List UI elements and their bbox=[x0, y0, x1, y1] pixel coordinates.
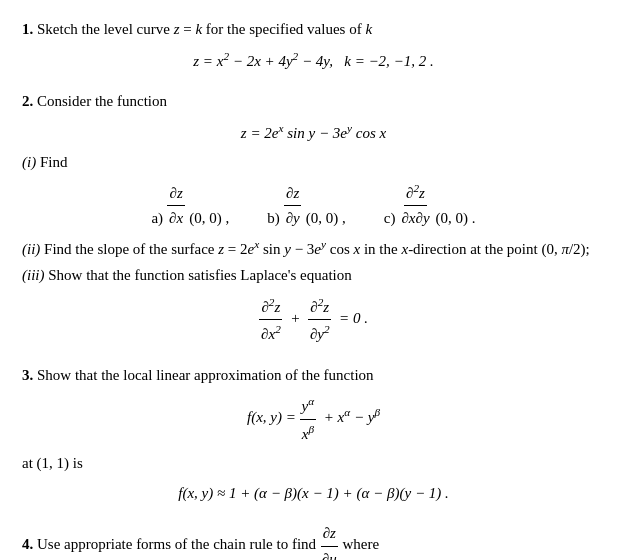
part-i-text: Find bbox=[40, 154, 68, 170]
problem-3-num: 3. bbox=[22, 367, 33, 383]
problem-1-header: 1. Sketch the level curve z = k for the … bbox=[22, 18, 605, 41]
problem-4-statement: Use appropriate forms of the chain rule … bbox=[37, 536, 379, 552]
problem-2-header: 2. Consider the function bbox=[22, 90, 605, 113]
problem-4: 4. Use appropriate forms of the chain ru… bbox=[22, 522, 605, 560]
problem-4-num: 4. bbox=[22, 536, 33, 552]
part-ii-label: (ii) bbox=[22, 241, 40, 257]
part-a-frac: ∂z ∂x bbox=[167, 182, 185, 230]
part-a-label: a) bbox=[151, 207, 163, 230]
part-c-point: (0, 0) . bbox=[436, 207, 476, 230]
problem-1: 1. Sketch the level curve z = k for the … bbox=[22, 18, 605, 72]
part-b-point: (0, 0) , bbox=[306, 207, 346, 230]
problem-3-function: f(x, y) = yα xβ + xα − yβ bbox=[22, 393, 605, 445]
problem-2-equation: z = 2ex sin y − 3ey cos x bbox=[22, 120, 605, 145]
problem-2-statement: Consider the function bbox=[37, 93, 167, 109]
part-iii-text: Show that the function satisfies Laplace… bbox=[48, 267, 351, 283]
part-a-point: (0, 0) , bbox=[189, 207, 229, 230]
find-part-b: b) ∂z ∂y (0, 0) , bbox=[267, 182, 346, 230]
part-ii-text: Find the slope of the surface z = 2ex si… bbox=[44, 241, 590, 257]
problem-1-statement: Sketch the level curve z = k for the spe… bbox=[37, 21, 372, 37]
find-part-c: c) ∂2z ∂x∂y (0, 0) . bbox=[384, 180, 476, 230]
problem-3-statement: Show that the local linear approximation… bbox=[37, 367, 374, 383]
part-b-frac: ∂z ∂y bbox=[284, 182, 302, 230]
problem-3-at: at (1, 1) is bbox=[22, 452, 605, 475]
part-i-label: (i) bbox=[22, 154, 36, 170]
part-iii-label: (iii) bbox=[22, 267, 45, 283]
problem-3-approx: f(x, y) ≈ 1 + (α − β)(x − 1) + (α − β)(y… bbox=[22, 482, 605, 505]
find-part-a: a) ∂z ∂x (0, 0) , bbox=[151, 182, 229, 230]
problem-4-header: 4. Use appropriate forms of the chain ru… bbox=[22, 522, 605, 560]
problem-2-part-i: (i) Find bbox=[22, 151, 605, 174]
problem-2: 2. Consider the function z = 2ex sin y −… bbox=[22, 90, 605, 346]
problem-2-part-iii: (iii) Show that the function satisfies L… bbox=[22, 264, 605, 287]
part-b-label: b) bbox=[267, 207, 280, 230]
part-c-frac: ∂2z ∂x∂y bbox=[399, 180, 431, 230]
laplace-equation: ∂2z ∂x2 + ∂2z ∂y2 = 0 . bbox=[22, 294, 605, 346]
problem-2-part-ii: (ii) Find the slope of the surface z = 2… bbox=[22, 236, 605, 261]
problem-2-num: 2. bbox=[22, 93, 33, 109]
problem-1-equation: z = x2 − 2x + 4y2 − 4y, k = −2, −1, 2 . bbox=[22, 48, 605, 73]
problem-3: 3. Show that the local linear approximat… bbox=[22, 364, 605, 505]
part-c-label: c) bbox=[384, 207, 396, 230]
problem-2-find-parts: a) ∂z ∂x (0, 0) , b) ∂z ∂y (0, 0) , c) ∂… bbox=[22, 180, 605, 230]
problem-3-header: 3. Show that the local linear approximat… bbox=[22, 364, 605, 387]
problem-1-num: 1. bbox=[22, 21, 33, 37]
